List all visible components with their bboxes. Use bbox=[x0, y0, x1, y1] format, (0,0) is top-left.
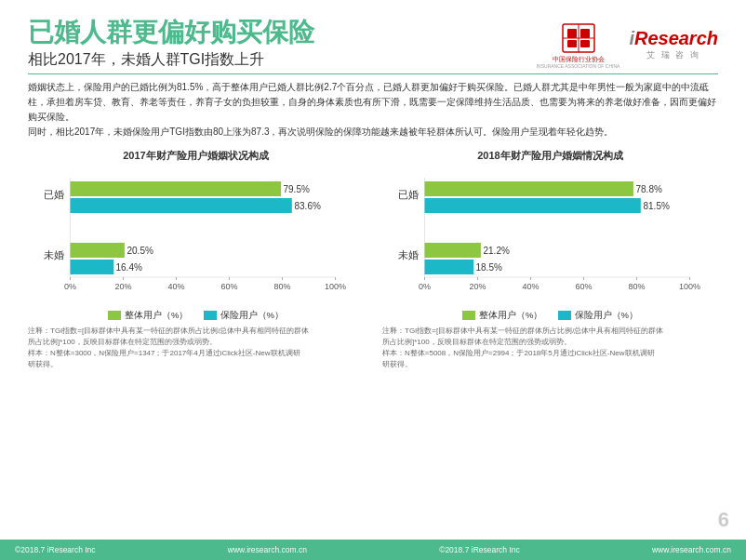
svg-text:80%: 80% bbox=[628, 282, 645, 291]
svg-text:16.4%: 16.4% bbox=[116, 262, 142, 273]
china-insurance-logo: 中国保险行业协会 INSURANCE ASSOCIATION OF CHINA bbox=[537, 20, 620, 70]
chart-left-area: 已婚 未婚 0% 20% 40% 60% bbox=[28, 170, 364, 322]
svg-rect-1 bbox=[567, 29, 577, 38]
svg-rect-4 bbox=[580, 40, 590, 47]
bottom-right: ©2018.7 iResearch Inc bbox=[439, 545, 520, 554]
svg-text:未婚: 未婚 bbox=[398, 249, 419, 260]
svg-rect-25 bbox=[71, 198, 292, 213]
svg-rect-53 bbox=[425, 260, 474, 274]
svg-text:100%: 100% bbox=[679, 282, 700, 291]
svg-rect-29 bbox=[71, 260, 114, 274]
footnote-right: 注释：TGI指数=[目标群体中具有某一特征的群体所占比例/总体中具有相同特征的群… bbox=[382, 326, 718, 370]
legend-green-box bbox=[108, 311, 121, 320]
iresearch-logo: iResearch 艾 瑞 咨 询 bbox=[629, 28, 718, 61]
svg-text:81.5%: 81.5% bbox=[644, 201, 670, 211]
chart-left-title: 2017年财产险用户婚姻状况构成 bbox=[28, 149, 364, 163]
charts-container: 2017年财产险用户婚姻状况构成 已婚 未婚 bbox=[28, 149, 718, 370]
svg-rect-49 bbox=[425, 198, 641, 213]
legend-blue-box bbox=[204, 311, 217, 320]
main-title: 已婚人群更偏好购买保险 bbox=[28, 17, 314, 48]
legend-blue-box-right bbox=[558, 311, 571, 320]
legend-green-label: 整体用户（%） bbox=[125, 310, 188, 322]
sub-title: 相比2017年，未婚人群TGI指数上升 bbox=[28, 50, 314, 70]
svg-text:已婚: 已婚 bbox=[44, 189, 64, 200]
chart-right-legend: 整体用户（%） 保险用户（%） bbox=[382, 310, 718, 322]
bottom-left: ©2018.7 iResearch Inc bbox=[15, 545, 96, 554]
svg-text:78.8%: 78.8% bbox=[636, 184, 662, 194]
legend-blue-right: 保险用户（%） bbox=[558, 310, 638, 322]
svg-text:18.5%: 18.5% bbox=[476, 262, 502, 273]
chart-right-area: 已婚 未婚 0% 20% 40% 60% bbox=[382, 170, 718, 322]
legend-blue-label: 保险用户（%） bbox=[220, 310, 284, 322]
svg-rect-2 bbox=[580, 29, 590, 38]
china-insurance-text: 中国保险行业协会 INSURANCE ASSOCIATION OF CHINA bbox=[537, 56, 620, 70]
page: 已婚人群更偏好购买保险 相比2017年，未婚人群TGI指数上升 中国保险行业协会… bbox=[0, 0, 746, 560]
svg-text:60%: 60% bbox=[575, 282, 592, 291]
bottom-center: www.iresearch.com.cn bbox=[228, 545, 307, 554]
svg-text:80%: 80% bbox=[273, 282, 290, 291]
legend-green-box-right bbox=[462, 311, 475, 320]
chart-left-svg: 已婚 未婚 0% 20% 40% 60% bbox=[28, 170, 364, 300]
legend-green-left: 整体用户（%） bbox=[108, 310, 188, 322]
legend-blue-label-right: 保险用户（%） bbox=[575, 310, 638, 322]
chart-right: 2018年财产险用户婚姻情况构成 已婚 未婚 bbox=[382, 149, 718, 370]
svg-text:0%: 0% bbox=[64, 282, 76, 291]
svg-text:21.2%: 21.2% bbox=[484, 246, 510, 256]
svg-rect-27 bbox=[71, 243, 125, 258]
body-text: 婚姻状态上，保险用户的已婚比例为81.5%，高于整体用户已婚人群比例2.7个百分… bbox=[28, 80, 718, 140]
chart-left-legend: 整体用户（%） 保险用户（%） bbox=[28, 310, 364, 322]
legend-green-right: 整体用户（%） bbox=[462, 310, 542, 322]
page-number: 6 bbox=[718, 508, 729, 532]
header-area: 已婚人群更偏好购买保险 相比2017年，未婚人群TGI指数上升 中国保险行业协会… bbox=[28, 17, 718, 70]
svg-text:未婚: 未婚 bbox=[44, 249, 64, 260]
china-insurance-icon bbox=[559, 20, 598, 56]
svg-text:40%: 40% bbox=[167, 282, 184, 291]
chart-right-svg: 已婚 未婚 0% 20% 40% 60% bbox=[382, 170, 718, 300]
svg-text:79.5%: 79.5% bbox=[284, 184, 310, 194]
chart-right-title: 2018年财产险用户婚姻情况构成 bbox=[382, 149, 718, 163]
divider bbox=[28, 73, 718, 74]
svg-text:60%: 60% bbox=[220, 282, 237, 291]
bottom-center2: www.iresearch.com.cn bbox=[652, 545, 731, 554]
svg-text:已婚: 已婚 bbox=[398, 189, 419, 200]
svg-text:83.6%: 83.6% bbox=[295, 201, 321, 211]
svg-text:20%: 20% bbox=[469, 282, 486, 291]
svg-text:20%: 20% bbox=[114, 282, 131, 291]
iresearch-sub: 艾 瑞 咨 询 bbox=[646, 49, 700, 61]
svg-text:20.5%: 20.5% bbox=[127, 246, 153, 256]
title-block: 已婚人群更偏好购买保险 相比2017年，未婚人群TGI指数上升 bbox=[28, 17, 314, 70]
legend-green-label-right: 整体用户（%） bbox=[479, 310, 542, 322]
svg-text:0%: 0% bbox=[419, 282, 431, 291]
svg-rect-3 bbox=[567, 40, 577, 47]
svg-rect-47 bbox=[425, 181, 633, 196]
legend-blue-left: 保险用户（%） bbox=[204, 310, 284, 322]
svg-text:100%: 100% bbox=[325, 282, 346, 291]
footnote-left: 注释：TGI指数=[目标群体中具有某一特征的群体所占比例/总体中具有相同特征的群… bbox=[28, 326, 364, 370]
svg-text:40%: 40% bbox=[522, 282, 539, 291]
chart-left: 2017年财产险用户婚姻状况构成 已婚 未婚 bbox=[28, 149, 364, 370]
svg-rect-51 bbox=[425, 243, 481, 258]
bottom-bar: ©2018.7 iResearch Inc www.iresearch.com.… bbox=[0, 540, 746, 560]
iresearch-brand: iResearch bbox=[629, 28, 718, 49]
logo-area: 中国保险行业协会 INSURANCE ASSOCIATION OF CHINA … bbox=[537, 20, 718, 70]
svg-rect-23 bbox=[71, 181, 282, 196]
